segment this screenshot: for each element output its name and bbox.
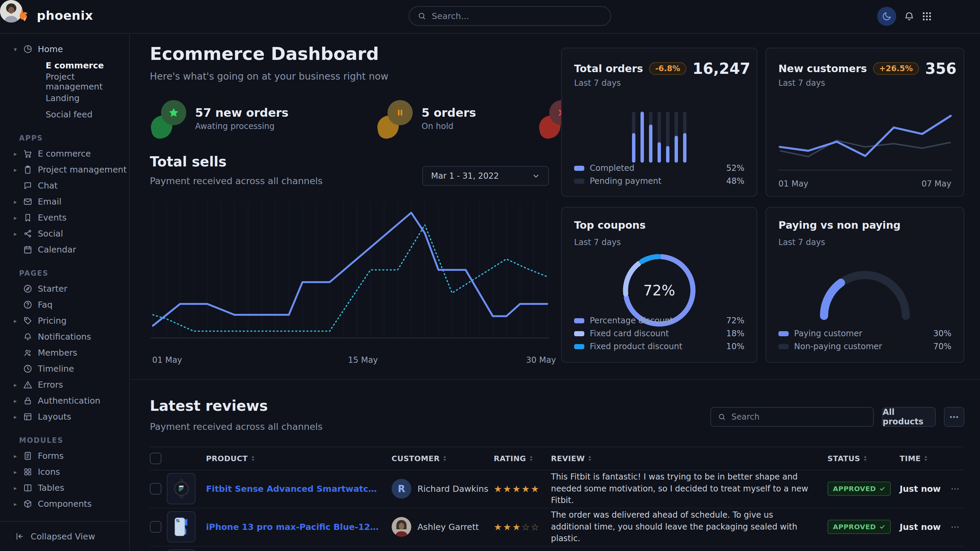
tag-icon: [23, 316, 32, 326]
notifications-button[interactable]: [900, 7, 919, 26]
mail-icon: [23, 197, 32, 206]
sidebar-item-social-feed[interactable]: Social feed: [0, 106, 129, 122]
legend-row: Completed 52%: [574, 164, 745, 173]
sidebar-item-layouts[interactable]: ▸Layouts: [0, 409, 129, 425]
row-checkbox[interactable]: [150, 521, 161, 533]
sidebar-item-project-management[interactable]: Project management: [0, 73, 129, 90]
top-coupons-card: Top coupons Last 7 days 72% Percentage d…: [561, 207, 757, 363]
all-products-button[interactable]: All products: [882, 407, 936, 427]
trend-badge: +26.5%: [873, 62, 919, 75]
order-bar: [632, 112, 635, 163]
customer-cell: R Richard Dawkins: [391, 479, 494, 499]
compass-icon: [23, 284, 32, 293]
on-hold-blob-icon: [377, 99, 413, 138]
status-badge: APPROVED: [827, 481, 891, 496]
file-text-icon: [23, 451, 32, 460]
collapsed-view-toggle[interactable]: Collapsed View: [0, 521, 129, 551]
col-rating[interactable]: RATING: [494, 454, 551, 463]
status-badge: APPROVED: [827, 520, 891, 534]
sidebar-item-project-management[interactable]: ▸Project management: [0, 162, 129, 178]
review-row-partial: [150, 546, 964, 551]
caret-right-icon: ▸: [13, 198, 18, 205]
brand-logo[interactable]: phoenix: [16, 8, 93, 23]
sidebar-item-starter[interactable]: Starter: [0, 281, 129, 297]
card-value: 16,247: [693, 60, 751, 77]
total-sells-chart: [151, 199, 549, 353]
bookmark-icon: [23, 213, 32, 222]
sidebar-item-errors[interactable]: ▸Errors: [0, 377, 129, 393]
sidebar-item-social[interactable]: ▸Social: [0, 225, 129, 241]
order-bar: [649, 112, 652, 163]
stat-value: 57 new orders: [195, 106, 288, 119]
shapes-icon: [23, 467, 32, 476]
sidebar-item-calendar[interactable]: Calendar: [0, 241, 129, 258]
product-thumbnail[interactable]: [167, 511, 196, 543]
orders-bar-chart: [632, 112, 686, 163]
bell-icon: [23, 332, 32, 341]
product-link[interactable]: iPhone 13 pro max-Pacific Blue-128GB sto…: [206, 522, 391, 532]
col-time[interactable]: TIME: [900, 454, 951, 463]
sidebar-item-notifications[interactable]: Notifications: [0, 329, 129, 345]
share-icon: [23, 229, 32, 238]
sidebar-item-e-commerce[interactable]: ▸E commerce: [0, 146, 129, 162]
stat-caption: On hold: [422, 122, 476, 131]
row-menu-button[interactable]: ⋯: [951, 484, 964, 494]
caret-right-icon: ▸: [13, 230, 18, 237]
sidebar-item-authentication[interactable]: ▸Authentication: [0, 393, 129, 409]
paying-card: Paying vs non paying Last 7 days Paying …: [765, 207, 964, 363]
review-text: This Fitbit is fantastic! I was trying t…: [551, 471, 827, 507]
date-range-select[interactable]: Mar 1 - 31, 2022: [422, 166, 549, 186]
order-bar: [666, 112, 670, 163]
col-customer[interactable]: CUSTOMER: [391, 454, 494, 463]
col-status[interactable]: STATUS: [827, 454, 900, 463]
row-menu-button[interactable]: ⋯: [951, 522, 964, 532]
stat-new-orders: 57 new orders Awating processing: [151, 98, 288, 139]
sidebar-item-members[interactable]: Members: [0, 345, 129, 361]
sidebar-section-pages: PAGES: [0, 258, 129, 281]
moon-icon: [881, 11, 892, 21]
order-bar: [657, 112, 661, 163]
caret-right-icon: ▸: [13, 484, 18, 491]
sidebar-item-chat[interactable]: Chat: [0, 178, 129, 194]
theme-toggle-button[interactable]: [877, 7, 896, 26]
stat-caption: Awating processing: [195, 122, 288, 131]
time-cell: Just now: [900, 522, 951, 532]
sidebar-item-faq[interactable]: Faq: [0, 297, 129, 313]
sidebar-item-events[interactable]: ▸Events: [0, 210, 129, 225]
apps-grid-icon: [921, 11, 932, 22]
reviews-more-button[interactable]: ⋯: [944, 407, 964, 427]
col-review[interactable]: REVIEW: [551, 454, 827, 463]
rating-stars: ★★★☆☆: [494, 522, 551, 532]
check-icon: [879, 524, 885, 530]
top-navbar: phoenix: [0, 0, 980, 34]
sidebar-item-e-commerce[interactable]: E commerce: [0, 57, 129, 73]
product-link[interactable]: Fitbit Sense Advanced Smartwatch with To…: [206, 484, 391, 494]
caret-right-icon: ▸: [13, 501, 18, 507]
global-search-input[interactable]: [431, 11, 602, 21]
reviews-search-input[interactable]: [731, 412, 866, 422]
row-checkbox[interactable]: [150, 483, 161, 494]
product-thumbnail[interactable]: [167, 473, 196, 504]
sidebar-item-pricing[interactable]: ▸Pricing: [0, 313, 129, 329]
sidebar-item-landing[interactable]: Landing: [0, 90, 129, 106]
reviews-search[interactable]: [710, 407, 874, 427]
help-circle-icon: [23, 300, 32, 310]
sidebar-item-email[interactable]: ▸Email: [0, 194, 129, 210]
pie-chart-icon: [23, 44, 32, 54]
order-bar: [641, 112, 644, 163]
chat-icon: [23, 181, 32, 190]
product-thumbnail[interactable]: [167, 549, 196, 551]
apps-menu-button[interactable]: [917, 7, 936, 26]
users-icon: [23, 348, 32, 357]
sidebar-item-timeline[interactable]: Timeline: [0, 361, 129, 377]
sidebar-item-forms[interactable]: ▸Forms: [0, 448, 129, 464]
sidebar-item-tables[interactable]: ▸Tables: [0, 480, 129, 496]
review-text: The order was delivered ahead of schedul…: [551, 509, 827, 545]
select-all-checkbox[interactable]: [150, 453, 161, 464]
sidebar-item-icons[interactable]: ▸Icons: [0, 464, 129, 480]
global-search[interactable]: [409, 6, 611, 26]
x-tick-01may: 01 May: [152, 355, 182, 365]
sidebar-item-home[interactable]: ▾Home: [0, 41, 129, 57]
col-product[interactable]: PRODUCT: [206, 454, 391, 463]
sidebar-item-components[interactable]: ▸Components: [0, 496, 129, 512]
